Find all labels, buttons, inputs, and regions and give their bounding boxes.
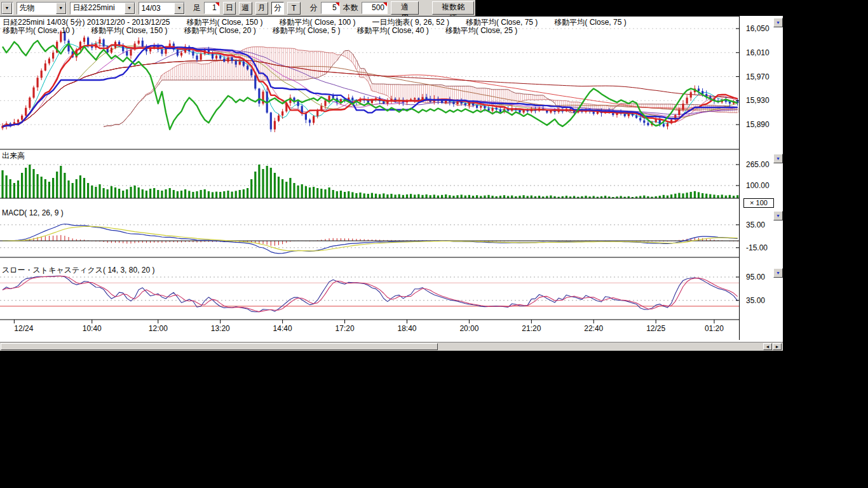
- period-day-button[interactable]: 日: [223, 2, 236, 15]
- chevron-down-icon: ▼: [2, 3, 12, 14]
- x-axis-label: 12/24: [14, 324, 33, 333]
- arrow-left-icon: ◄: [766, 344, 770, 349]
- x-axis-label: 01:20: [705, 324, 724, 333]
- multi-symbol-button[interactable]: 複数銘柄: [432, 1, 474, 15]
- chevron-down-icon: ▼: [125, 3, 135, 14]
- y-axis-label: -15.00: [746, 243, 768, 252]
- chevron-down-icon: ▼: [776, 214, 780, 218]
- apply-button[interactable]: 適用: [391, 1, 419, 15]
- symbol-select[interactable]: 日経225mini ▼: [70, 2, 135, 15]
- legend-ma40: 移動平均( Close, 40 ): [356, 25, 428, 36]
- bars-count-input[interactable]: 500: [362, 2, 388, 14]
- y-axis-label: 265.00: [746, 160, 770, 169]
- legend-ma75b: 移動平均( Close, 75 ): [554, 17, 626, 28]
- bars-count-value: 500: [372, 3, 384, 12]
- x-axis-label: 20:00: [459, 324, 478, 333]
- y-axis-label: 95.00: [746, 273, 765, 281]
- legend-ma150b: 移動平均( Close, 150 ): [91, 25, 167, 36]
- x-axis-label: 13:20: [211, 324, 230, 333]
- y-axis: 16,05016,01015,97015,93015,890265.00100.…: [742, 16, 772, 342]
- panel-menu-button-volume[interactable]: ▼: [773, 154, 783, 163]
- stoch-panel-label: スロー・ストキャスティクス( 14, 3, 80, 20 ): [2, 265, 154, 276]
- legend-ma20: 移動平均( Close, 20 ): [184, 25, 255, 36]
- symbol-value: 日経225mini: [71, 3, 125, 13]
- y-axis-label: 35.00: [746, 220, 765, 229]
- period-tick-button[interactable]: T: [287, 2, 300, 15]
- x-axis-label: 22:40: [584, 324, 603, 333]
- y-axis-label: 16,050: [746, 24, 770, 33]
- period-week-button[interactable]: 週: [239, 2, 252, 15]
- window-menu-dropdown[interactable]: ▼: [1, 2, 13, 15]
- legend-ma25: 移動平均( Close, 25 ): [445, 25, 517, 36]
- scroll-left-button[interactable]: ◄: [763, 343, 772, 350]
- minute-interval-value: 5: [332, 3, 337, 12]
- contract-month-select[interactable]: 14/03 ▼: [139, 2, 186, 15]
- y-axis-label: 35.00: [746, 296, 765, 305]
- y-axis-label: 100.00: [746, 181, 770, 190]
- panel-menu-button-main[interactable]: ▼: [773, 18, 783, 27]
- macd-panel-label: MACD( 12, 26, 9 ): [2, 208, 64, 217]
- period-minute-button[interactable]: 分: [271, 2, 284, 15]
- instrument-type-value: 先物: [17, 3, 56, 13]
- bars-count-label: 本数: [343, 3, 358, 13]
- instrument-type-select[interactable]: 先物 ▼: [17, 2, 67, 15]
- x-axis-label: 10:40: [83, 324, 102, 333]
- period-count-value: 1: [212, 3, 217, 12]
- x-axis-label: 12:00: [149, 324, 168, 333]
- chevron-down-icon: ▼: [56, 3, 66, 14]
- chart-canvas[interactable]: 12/2410:4012:0013:2014:4017:2018:4020:00…: [0, 16, 742, 340]
- x-axis-label: 18:40: [397, 324, 416, 333]
- trading-app-window: ▼ 先物 ▼ 日経225mini ▼ 14/03 ▼ 足 1 日 週 月 分 T…: [0, 0, 868, 488]
- chart-panel: 12/2410:4012:0013:2014:4017:2018:4020:00…: [0, 16, 783, 342]
- period-month-button[interactable]: 月: [255, 2, 268, 15]
- x-axis-label: 12/25: [646, 324, 665, 333]
- legend-ma10: 移動平均( Close, 10 ): [3, 25, 74, 36]
- x-axis-label: 14:40: [273, 324, 292, 333]
- arrow-right-icon: ►: [775, 344, 780, 349]
- volume-panel-label: 出来高: [2, 151, 25, 161]
- chevron-down-icon: ▼: [174, 3, 184, 14]
- chevron-down-icon: ▼: [776, 20, 780, 25]
- period-count-input[interactable]: 1: [204, 2, 220, 14]
- panel-menu-button-macd[interactable]: ▼: [773, 211, 783, 220]
- panel-menu-button-stoch[interactable]: ▼: [773, 268, 783, 278]
- y-axis-label: 16,010: [746, 48, 770, 57]
- chart-legend-row2: 移動平均( Close, 10 ) 移動平均( Close, 150 ) 移動平…: [3, 25, 517, 36]
- x-axis-label: 21:20: [522, 324, 541, 333]
- scroll-right-button[interactable]: ►: [773, 343, 782, 350]
- minute-label: 分: [310, 3, 318, 13]
- contract-month-value: 14/03: [139, 4, 175, 13]
- chevron-down-icon: ▼: [776, 271, 780, 275]
- minute-interval-input[interactable]: 5: [321, 2, 340, 14]
- scrollbar-thumb[interactable]: [1, 343, 438, 350]
- y-axis-label: 15,890: [746, 120, 770, 129]
- toolbar: ▼ 先物 ▼ 日経225mini ▼ 14/03 ▼ 足 1 日 週 月 分 T…: [0, 0, 475, 16]
- y-axis-label: 15,930: [746, 96, 770, 105]
- y-axis-label: 15,970: [746, 72, 770, 81]
- horizontal-scrollbar[interactable]: ◄ ►: [0, 342, 783, 351]
- x-axis-label: 17:20: [336, 324, 355, 333]
- chevron-down-icon: ▼: [776, 156, 780, 161]
- legend-ma5: 移動平均( Close, 5 ): [273, 25, 341, 36]
- period-type-label: 足: [193, 3, 201, 13]
